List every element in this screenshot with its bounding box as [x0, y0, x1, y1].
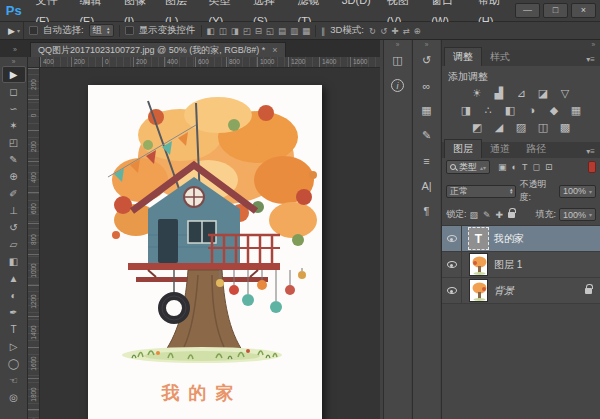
layer-name[interactable]: 图层 1 — [494, 258, 522, 272]
distribute-bottom-icon[interactable]: ▦ — [302, 26, 310, 36]
gradient-tool[interactable]: ◧ — [2, 253, 26, 270]
layer-row-background[interactable]: 背景 — [442, 278, 600, 304]
tab-paths[interactable]: 路径 — [518, 140, 554, 158]
opacity-value-box[interactable]: 100% ▾ — [559, 185, 596, 198]
panel-menu-icon[interactable]: ▾≡ — [581, 147, 600, 158]
close-button[interactable]: × — [571, 3, 596, 18]
layer-row-image[interactable]: 图层 1 — [442, 252, 600, 278]
brush-tool[interactable]: ✐ — [2, 185, 26, 202]
clone-stamp-tool[interactable]: ⊥ — [2, 202, 26, 219]
align-vertical-centers-icon[interactable]: ⊟ — [255, 26, 262, 36]
marquee-tool[interactable]: ◻ — [2, 83, 26, 100]
character-icon[interactable]: A| — [416, 175, 438, 196]
brush-presets-icon[interactable]: ✎ — [416, 125, 438, 146]
distribute-vertical-icon[interactable]: ▥ — [290, 26, 298, 36]
color-lookup-icon[interactable]: ▦ — [569, 104, 583, 117]
tab-adjustments[interactable]: 调整 — [444, 47, 482, 66]
shape-tool[interactable]: ◯ — [2, 355, 26, 372]
black-white-icon[interactable]: ◧ — [503, 104, 517, 117]
eraser-tool[interactable]: ▱ — [2, 236, 26, 253]
align-right-edges-icon[interactable]: ◨ — [231, 26, 239, 36]
color-balance-icon[interactable]: ∴ — [481, 104, 495, 117]
current-tool-preset[interactable]: ▶ ▾ — [5, 22, 24, 39]
3d-slide-icon[interactable]: ⇄ — [402, 26, 409, 36]
filter-pixel-layers-icon[interactable]: ▣ — [498, 162, 507, 172]
gradient-map-icon[interactable]: ◫ — [536, 121, 550, 134]
horizontal-ruler[interactable]: 4002000200400600800100012001400160018002… — [40, 57, 380, 68]
panel-menu-icon[interactable]: ▾≡ — [581, 55, 600, 66]
text-layer-thumbnail[interactable]: T — [468, 227, 489, 250]
channel-mixer-icon[interactable]: ◆ — [547, 104, 561, 117]
filter-shape-layers-icon[interactable]: ◻ — [532, 162, 539, 172]
eyedropper-tool[interactable]: ✎ — [2, 151, 26, 168]
lock-transparent-icon[interactable]: ▨ — [470, 210, 479, 220]
tab-layers[interactable]: 图层 — [444, 139, 482, 158]
filter-adjustment-layers-icon[interactable]: ◐ — [512, 162, 517, 172]
path-selection-tool[interactable]: ▷ — [2, 338, 26, 355]
collapse-panels-icon[interactable]: » — [0, 46, 30, 57]
healing-brush-tool[interactable]: ⊕ — [2, 168, 26, 185]
collapse-strip-icon[interactable]: » — [425, 40, 429, 50]
lock-position-icon[interactable]: ✚ — [496, 210, 504, 220]
align-bottom-edges-icon[interactable]: ◱ — [266, 26, 274, 36]
curves-icon[interactable]: ⊿ — [514, 87, 528, 100]
align-left-edges-icon[interactable]: ◧ — [207, 26, 215, 36]
mini-bridge-icon[interactable]: ◫ — [387, 50, 409, 71]
canvas-page[interactable]: 我的家 — [88, 85, 322, 419]
tool-presets-icon[interactable]: ≡ — [416, 150, 438, 171]
layer-row-text[interactable]: T 我的家 — [442, 226, 600, 252]
threshold-icon[interactable]: ▨ — [514, 121, 528, 134]
pasteboard[interactable]: 我的家 — [40, 68, 380, 419]
3d-drag-icon[interactable]: ✚ — [391, 26, 398, 36]
auto-select-checkbox[interactable] — [29, 26, 38, 35]
maximize-button[interactable]: □ — [543, 3, 568, 18]
filter-type-layers-icon[interactable]: T — [522, 162, 528, 172]
layer-thumbnail[interactable] — [469, 279, 488, 302]
swatches-icon[interactable]: ▦ — [416, 100, 438, 121]
show-transform-checkbox[interactable] — [125, 26, 134, 35]
selective-color-icon[interactable]: ▩ — [558, 121, 572, 134]
close-tab-icon[interactable]: × — [272, 45, 277, 55]
blur-tool[interactable]: ▲ — [2, 270, 26, 287]
blend-mode-dropdown[interactable]: 正常 ▴▾ — [446, 185, 516, 198]
clone-source-icon[interactable]: ∞ — [416, 75, 438, 96]
tab-channels[interactable]: 通道 — [482, 140, 518, 158]
layer-name[interactable]: 背景 — [494, 284, 514, 298]
photo-filter-icon[interactable]: ◑ — [525, 104, 539, 117]
zoom-tool[interactable]: ◎ — [2, 389, 26, 406]
fill-value-box[interactable]: 100% ▾ — [559, 208, 596, 221]
vibrance-icon[interactable]: ▽ — [558, 87, 572, 100]
ruler-corner[interactable] — [28, 57, 40, 68]
collapse-tools-icon[interactable]: » — [12, 57, 16, 66]
visibility-toggle[interactable] — [442, 252, 462, 277]
auto-select-dropdown[interactable]: 组 ▴▾ — [89, 24, 114, 37]
quick-selection-tool[interactable]: ✶ — [2, 117, 26, 134]
lock-pixels-icon[interactable]: ✎ — [483, 210, 491, 220]
align-top-edges-icon[interactable]: ◰ — [243, 26, 251, 36]
3d-scale-icon[interactable]: ⊕ — [414, 26, 421, 36]
tab-styles[interactable]: 样式 — [482, 48, 518, 66]
posterize-icon[interactable]: ◢ — [492, 121, 506, 134]
history-brush-tool[interactable]: ↺ — [2, 219, 26, 236]
history-icon[interactable]: ↺ — [416, 50, 438, 71]
exposure-icon[interactable]: ◪ — [536, 87, 550, 100]
crop-tool[interactable]: ◰ — [2, 134, 26, 151]
3d-roll-icon[interactable]: ↺ — [380, 26, 387, 36]
collapse-strip-icon[interactable]: » — [396, 40, 400, 50]
lasso-tool[interactable]: ∽ — [2, 100, 26, 117]
align-horizontal-centers-icon[interactable]: ◫ — [219, 26, 227, 36]
minimize-button[interactable]: — — [515, 3, 540, 18]
3d-rotate-icon[interactable]: ↻ — [369, 26, 376, 36]
hand-tool[interactable]: ☜ — [2, 372, 26, 389]
invert-icon[interactable]: ◩ — [470, 121, 484, 134]
levels-icon[interactable]: ▟ — [492, 87, 506, 100]
vertical-ruler[interactable]: 2000200400600800100012001400160018002000… — [28, 68, 40, 419]
info-icon[interactable]: i — [387, 75, 409, 96]
lock-all-icon[interactable] — [508, 212, 515, 218]
distribute-top-icon[interactable]: ▤ — [278, 26, 286, 36]
layer-thumbnail[interactable] — [469, 253, 488, 276]
type-tool[interactable]: T — [2, 321, 26, 338]
filter-smart-objects-icon[interactable]: ⊡ — [545, 162, 553, 172]
brightness-contrast-icon[interactable]: ☀ — [470, 87, 484, 100]
layer-filter-kind-dropdown[interactable]: 类型 ▴▾ — [446, 160, 490, 174]
